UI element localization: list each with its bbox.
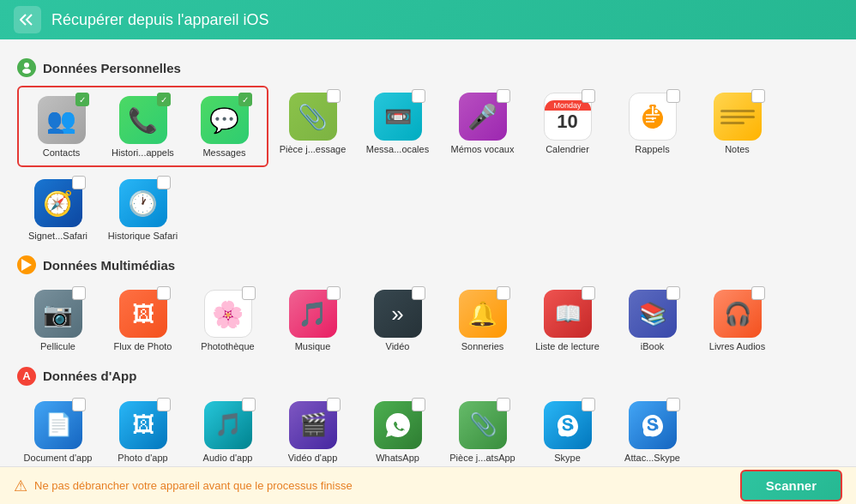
item-safari-history[interactable]: 🕐 Historique Safari	[102, 172, 184, 247]
skype-attach-checkbox[interactable]	[666, 398, 680, 411]
item-calendar[interactable]: Monday 10 Calendrier	[527, 86, 608, 167]
item-ibook[interactable]: 📚 iBook	[612, 283, 693, 357]
video-checkbox[interactable]	[412, 286, 425, 300]
item-music[interactable]: 🎵 Musique	[272, 283, 353, 357]
warning-icon: ⚠	[14, 477, 27, 495]
safari-history-label: Historique Safari	[108, 231, 178, 242]
ringtones-label: Sonneries	[461, 341, 504, 352]
item-attachments[interactable]: 📎 Pièce j...essage	[272, 86, 353, 167]
item-call-history[interactable]: 📞 ✓ Histori...appels	[102, 89, 184, 164]
attachments-checkbox[interactable]	[327, 89, 341, 103]
reminders-checkbox[interactable]	[666, 89, 680, 103]
video-icon-container: »	[374, 290, 422, 338]
app-audio-icon-container: 🎵	[204, 401, 252, 449]
music-checkbox[interactable]	[327, 286, 341, 300]
selected-items-group: 👥 ✓ Contacts 📞 ✓ Histori...appels 💬 ✓	[17, 86, 268, 167]
item-app-audio[interactable]: 🎵 Audio d'app	[187, 394, 268, 466]
app-audio-checkbox[interactable]	[242, 398, 256, 411]
audiobooks-icon-container: 🎧	[714, 290, 762, 338]
ibook-checkbox[interactable]	[666, 286, 680, 300]
photo-library-label: Photothèque	[201, 341, 254, 352]
app-video-checkbox[interactable]	[327, 398, 341, 411]
reading-list-label: Liste de lecture	[535, 341, 600, 352]
item-whatsapp[interactable]: WhatsApp	[357, 394, 438, 466]
item-voice-memos[interactable]: 🎤 Mémos vocaux	[442, 86, 523, 167]
audiobooks-checkbox[interactable]	[751, 286, 765, 300]
voicemail-label: Messa...ocales	[366, 144, 429, 155]
ringtones-checkbox[interactable]	[497, 286, 510, 300]
item-voicemail[interactable]: 📼 Messa...ocales	[357, 86, 438, 167]
attachments-icon-container: 📎	[289, 93, 337, 141]
safari-bookmarks-checkbox[interactable]	[72, 176, 86, 189]
item-app-photo[interactable]: 🖼 Photo d'app	[102, 394, 184, 466]
item-reading-list[interactable]: 📖 Liste de lecture	[527, 283, 608, 357]
voice-memos-icon-container: 🎤	[459, 93, 507, 141]
section-personal-header: Données Personnelles	[17, 58, 839, 77]
item-notes[interactable]: Notes	[696, 86, 778, 167]
app-photo-checkbox[interactable]	[157, 398, 171, 411]
photo-stream-label: Flux de Photo	[114, 341, 172, 352]
voice-memos-checkbox[interactable]	[497, 89, 510, 103]
messages-checkbox[interactable]: ✓	[238, 93, 252, 106]
messages-label: Messages	[202, 147, 245, 159]
app-items: 📄 Document d'app 🖼 Photo d'app 🎵 Audio d…	[17, 394, 839, 466]
media-items: 📷 Pellicule 🖼 Flux de Photo 🌸 Photothèqu…	[17, 283, 839, 357]
reading-list-checkbox[interactable]	[582, 286, 595, 300]
safari-bookmarks-label: Signet...Safari	[28, 231, 87, 242]
whatsapp-label: WhatsApp	[376, 453, 419, 464]
app-doc-checkbox[interactable]	[72, 398, 86, 411]
reminders-icon-container: •	[629, 93, 677, 141]
svg-point-0	[24, 63, 29, 68]
section-app-title: Données d'App	[43, 369, 136, 383]
calendar-checkbox[interactable]	[582, 89, 595, 103]
svg-point-1	[22, 69, 31, 74]
warning-text: Ne pas débrancher votre appareil avant q…	[34, 479, 353, 492]
item-safari-bookmarks[interactable]: 🧭 Signet...Safari	[17, 172, 99, 247]
section-app-header: A Données d'App	[17, 367, 839, 386]
safari-history-checkbox[interactable]	[157, 176, 171, 189]
app-photo-icon-container: 🖼	[119, 401, 167, 449]
back-button[interactable]	[14, 6, 41, 33]
contacts-label: Contacts	[43, 147, 80, 159]
ringtones-icon-container: 🔔	[459, 290, 507, 338]
camera-roll-checkbox[interactable]	[72, 286, 86, 300]
call-history-icon-container: 📞 ✓	[119, 96, 167, 144]
photo-library-checkbox[interactable]	[242, 286, 256, 300]
whatsapp-checkbox[interactable]	[412, 398, 425, 411]
notes-icon-container	[714, 93, 762, 141]
whatsapp-attach-icon-container: 📎	[459, 401, 507, 449]
app-video-icon-container: 🎬	[289, 401, 337, 449]
item-photo-library[interactable]: 🌸 Photothèque	[187, 283, 268, 357]
notes-checkbox[interactable]	[751, 89, 765, 103]
personal-items-row2: 🧭 Signet...Safari 🕐 Historique Safari	[17, 172, 839, 247]
item-app-doc[interactable]: 📄 Document d'app	[17, 394, 99, 466]
call-history-label: Histori...appels	[112, 147, 174, 159]
whatsapp-attach-checkbox[interactable]	[497, 398, 510, 411]
app-audio-label: Audio d'app	[203, 453, 253, 464]
photo-stream-checkbox[interactable]	[157, 286, 171, 300]
item-whatsapp-attach[interactable]: 📎 Pièce j...atsApp	[442, 394, 523, 466]
item-messages[interactable]: 💬 ✓ Messages	[184, 89, 265, 164]
item-app-video[interactable]: 🎬 Vidéo d'app	[272, 394, 353, 466]
item-skype[interactable]: Skype	[527, 394, 608, 466]
item-camera-roll[interactable]: 📷 Pellicule	[17, 283, 99, 357]
item-audiobooks[interactable]: 🎧 Livres Audios	[696, 283, 778, 357]
contacts-icon-container: 👥 ✓	[38, 96, 86, 144]
item-reminders[interactable]: • Rappels	[612, 86, 693, 167]
item-video[interactable]: » Vidéo	[357, 283, 438, 357]
svg-marker-10	[21, 259, 32, 271]
whatsapp-icon-container	[374, 401, 422, 449]
contacts-checkbox[interactable]: ✓	[75, 93, 89, 106]
item-contacts[interactable]: 👥 ✓ Contacts	[21, 89, 102, 164]
scan-button[interactable]: Scanner	[740, 470, 842, 501]
item-ringtones[interactable]: 🔔 Sonneries	[442, 283, 523, 357]
item-skype-attach[interactable]: Attac...Skype	[612, 394, 693, 466]
footer: ⚠ Ne pas débrancher votre appareil avant…	[0, 466, 856, 504]
page-title: Récupérer depuis l'appareil iOS	[51, 11, 269, 29]
ibook-icon-container: 📚	[629, 290, 677, 338]
voicemail-checkbox[interactable]	[412, 89, 425, 103]
skype-checkbox[interactable]	[582, 398, 595, 411]
item-photo-stream[interactable]: 🖼 Flux de Photo	[102, 283, 184, 357]
call-history-checkbox[interactable]: ✓	[157, 93, 171, 106]
video-label: Vidéo	[386, 341, 410, 352]
